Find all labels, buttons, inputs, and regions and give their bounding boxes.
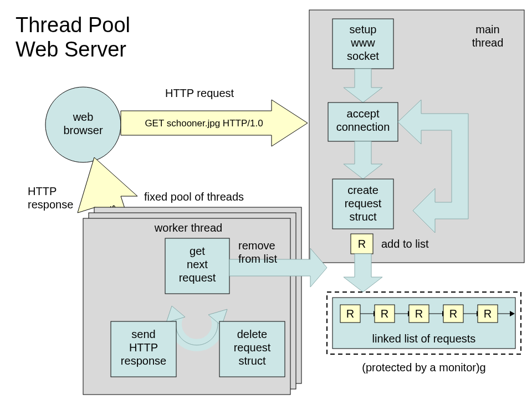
svg-text:R: R <box>381 308 388 320</box>
remove-l2: from list <box>238 253 277 265</box>
http-request-label: HTTP request <box>165 87 234 99</box>
accept-l2: connection <box>336 121 390 133</box>
send-l3: response <box>121 355 166 367</box>
send-l1: send <box>131 328 155 340</box>
get-next-l3: request <box>179 272 216 284</box>
http-response-label-1: HTTP <box>28 185 57 197</box>
http-response-label-2: response <box>28 198 73 211</box>
browser-label-1: web <box>73 111 94 123</box>
remove-l1: remove <box>238 239 275 252</box>
send-l2: HTTP <box>129 341 158 354</box>
linked-list-label: linked list of requests <box>372 332 476 345</box>
title-line1: Thread Pool <box>16 13 130 37</box>
accept-l1: accept <box>347 108 380 120</box>
get-line: GET schooner.jpg HTTP/1.0 <box>145 118 263 129</box>
worker-thread-label: worker thread <box>154 222 222 234</box>
setup-l1: setup <box>350 23 377 35</box>
main-thread-label-2: thread <box>472 37 504 49</box>
delete-l2: request <box>234 341 271 354</box>
create-l2: request <box>345 197 382 209</box>
setup-l2: www <box>350 37 375 49</box>
fixed-pool-label: fixed pool of threads <box>144 191 244 203</box>
svg-text:R: R <box>415 308 423 320</box>
browser-label-2: browser <box>63 124 103 136</box>
setup-l3: socket <box>347 50 379 62</box>
get-next-l2: next <box>187 258 208 270</box>
delete-l1: delete <box>237 328 268 340</box>
svg-text:R: R <box>346 308 354 320</box>
add-to-list-label: add to list <box>381 238 429 250</box>
svg-text:R: R <box>449 308 457 320</box>
create-l1: create <box>347 184 378 196</box>
monitor-label: (protected by a monitor)g <box>362 361 485 374</box>
title-line2: Web Server <box>16 38 126 61</box>
create-l3: struct <box>350 211 377 223</box>
r-struct-label: R <box>358 238 366 250</box>
delete-l3: struct <box>239 355 266 367</box>
svg-text:R: R <box>484 308 492 320</box>
main-thread-label-1: main <box>475 23 499 35</box>
get-next-l1: get <box>190 245 205 257</box>
